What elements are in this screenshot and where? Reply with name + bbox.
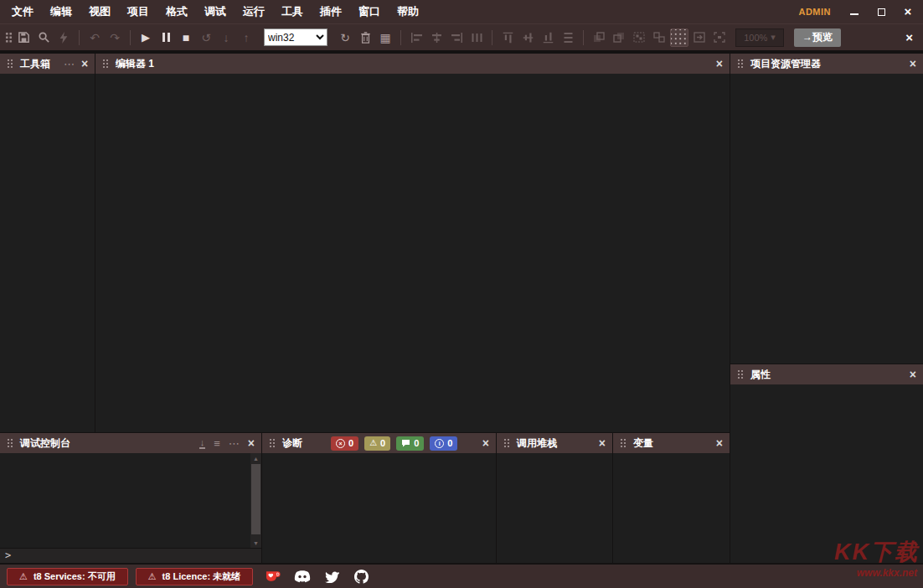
drag-handle-icon[interactable]	[737, 369, 744, 379]
close-icon[interactable]: ×	[81, 58, 88, 70]
panel-properties: 属性 ×	[730, 364, 923, 563]
align-bottom-button[interactable]	[539, 28, 557, 47]
pause-button[interactable]	[157, 28, 175, 47]
menu-project[interactable]: 项目	[119, 4, 157, 19]
grid-view-button[interactable]: ▦	[376, 28, 394, 47]
more-icon[interactable]: ⋯	[229, 438, 240, 449]
editor-canvas[interactable]	[95, 74, 730, 432]
distribute-horizontal-button[interactable]	[467, 28, 486, 47]
platform-select[interactable]: win32	[264, 28, 327, 46]
send-backward-button[interactable]	[610, 28, 628, 47]
variables-title: 变量	[633, 436, 653, 451]
preview-button[interactable]: →预览	[794, 28, 841, 47]
align-top-button[interactable]	[498, 28, 517, 47]
quick-run-button[interactable]	[54, 28, 73, 47]
messages-count: 0	[414, 438, 419, 448]
undo-button[interactable]: ↶	[85, 28, 104, 47]
align-middle-icon	[523, 32, 533, 43]
toolbox-title: 工具箱	[20, 57, 50, 71]
search-icon	[38, 31, 50, 44]
menu-debug[interactable]: 调试	[196, 4, 235, 19]
redo-button[interactable]: ↷	[106, 28, 124, 47]
kofi-icon[interactable]	[264, 567, 282, 585]
messages-badge[interactable]: 0	[396, 436, 424, 451]
console-prompt-input[interactable]: >	[0, 548, 261, 563]
align-left-button[interactable]	[407, 28, 425, 47]
stop-button[interactable]: ■	[177, 28, 195, 47]
toolbar-close-icon[interactable]: ×	[905, 30, 918, 44]
restart-button[interactable]: ↺	[197, 28, 215, 47]
panel-editor: 编辑器 1 ×	[95, 54, 730, 432]
scrollbar-down-icon[interactable]: ▼	[250, 538, 261, 548]
menu-window[interactable]: 窗口	[350, 4, 389, 19]
fit-screen-button[interactable]	[710, 28, 729, 47]
drag-handle-icon[interactable]	[620, 438, 627, 448]
group-button[interactable]	[630, 28, 648, 47]
close-icon[interactable]: ×	[248, 437, 255, 449]
align-right-button[interactable]	[447, 28, 466, 47]
fit-selection-button[interactable]	[690, 28, 709, 47]
scroll-to-bottom-icon[interactable]: ↓	[199, 438, 206, 449]
scrollbar-thumb[interactable]	[251, 464, 260, 534]
bring-forward-button[interactable]	[590, 28, 608, 47]
word-wrap-icon[interactable]: ≡	[214, 438, 220, 449]
play-button[interactable]: ▶	[137, 28, 155, 47]
drag-handle-icon[interactable]	[503, 438, 510, 448]
close-icon[interactable]: ×	[716, 58, 723, 70]
scrollbar-up-icon[interactable]: ▲	[250, 453, 261, 463]
github-icon[interactable]	[352, 567, 370, 585]
info-icon: i	[435, 439, 444, 448]
toolbar: ↶ ↷ ▶ ■ ↺ ↓ ↑ win32 ↻ ▦	[0, 23, 923, 50]
menu-edit[interactable]: 编辑	[42, 4, 80, 19]
step-into-button[interactable]: ↓	[217, 28, 235, 47]
services-warning-label: t8 Services: 不可用	[34, 570, 116, 583]
align-center-button[interactable]	[427, 28, 446, 47]
menu-format[interactable]: 格式	[157, 4, 196, 19]
zoom-select[interactable]: 100% ▾	[735, 28, 784, 47]
close-icon[interactable]: ×	[910, 58, 916, 70]
close-icon[interactable]: ×	[910, 369, 916, 380]
diagnostics-header: 诊断 × 0 ⚠ 0 0 i 0 ×	[262, 433, 496, 453]
close-icon[interactable]: ×	[599, 437, 606, 449]
menu-run[interactable]: 运行	[235, 4, 273, 19]
menu-tools[interactable]: 工具	[273, 4, 312, 19]
save-button[interactable]	[14, 28, 33, 47]
warnings-badge[interactable]: ⚠ 0	[364, 436, 390, 451]
minimize-button[interactable]	[848, 5, 861, 18]
search-button[interactable]	[34, 28, 53, 47]
errors-badge[interactable]: × 0	[331, 436, 358, 451]
step-out-button[interactable]: ↑	[237, 28, 255, 47]
refresh-button[interactable]: ↻	[336, 28, 354, 47]
project-explorer-header: 项目资源管理器 ×	[730, 54, 923, 74]
close-icon[interactable]: ×	[716, 437, 723, 449]
minimize-icon	[850, 13, 859, 15]
licence-warning-button[interactable]: ⚠ t8 Licence: 未就绪	[136, 568, 253, 585]
distribute-vertical-button[interactable]	[559, 28, 577, 47]
fit-screen-icon	[714, 32, 725, 43]
panel-debug-console: 调试控制台 ↓ ≡ ⋯ × ▲ ▼ >	[0, 433, 261, 563]
discord-icon[interactable]	[293, 567, 312, 585]
drag-handle-icon[interactable]	[269, 438, 276, 448]
close-icon[interactable]: ×	[482, 437, 489, 449]
twitter-icon[interactable]	[322, 567, 341, 585]
ungroup-button[interactable]	[650, 28, 668, 47]
drag-handle-icon[interactable]	[102, 59, 109, 69]
maximize-button[interactable]	[874, 5, 888, 18]
snap-grid-toggle[interactable]	[670, 28, 688, 47]
toolbar-drag-handle-icon[interactable]	[5, 32, 13, 43]
diagnostics-title: 诊断	[282, 436, 302, 451]
menu-help[interactable]: 帮助	[389, 4, 427, 19]
window-close-button[interactable]: ×	[901, 5, 915, 18]
align-middle-button[interactable]	[518, 28, 537, 47]
drag-handle-icon[interactable]	[737, 59, 744, 69]
info-badge[interactable]: i 0	[430, 436, 457, 451]
menu-file[interactable]: 文件	[3, 4, 42, 19]
console-scrollbar[interactable]: ▲ ▼	[250, 453, 261, 548]
menu-plugins[interactable]: 插件	[312, 4, 350, 19]
services-warning-button[interactable]: ⚠ t8 Services: 不可用	[7, 568, 128, 585]
menu-view[interactable]: 视图	[80, 4, 119, 19]
drag-handle-icon[interactable]	[7, 59, 13, 69]
more-icon[interactable]: ⋯	[64, 59, 75, 70]
delete-button[interactable]	[356, 28, 374, 47]
drag-handle-icon[interactable]	[7, 438, 13, 448]
